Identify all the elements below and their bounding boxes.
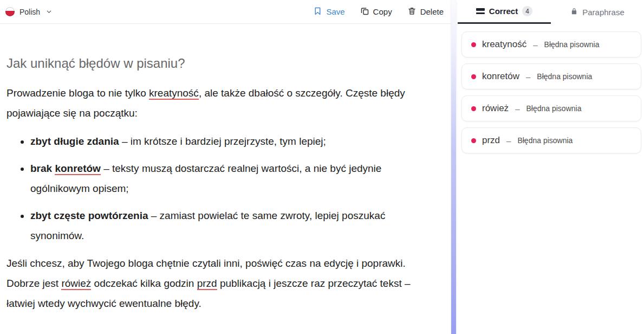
- correction-type: Błędna pisownia: [537, 72, 592, 81]
- toolbar-actions: Save Copy Delete: [313, 7, 444, 17]
- correction-separator: –: [515, 104, 519, 113]
- correction-card[interactable]: konretów – Błędna pisownia: [461, 63, 641, 89]
- text-lines-icon: [476, 8, 485, 14]
- list-item: zbyt częste powtórzenia – zamiast powiel…: [30, 205, 440, 246]
- copy-button[interactable]: Copy: [360, 7, 392, 17]
- tab-paraphrase-label: Paraphrase: [582, 8, 625, 17]
- paragraph-intro: Prowadzenie bloga to nie tylko kreatynoś…: [6, 83, 440, 123]
- corrections-list: kreatyność – Błędna pisownia konretów – …: [458, 24, 644, 153]
- bold-lead: zbyt długie zdania: [30, 136, 119, 147]
- panel-tabs: Correct 4 Paraphrase: [458, 0, 644, 24]
- misspelled-word-kreatynosc[interactable]: kreatyność: [149, 87, 199, 100]
- misspelled-word-przd[interactable]: przd: [197, 278, 217, 290]
- correction-word: kreatyność: [482, 39, 526, 50]
- bookmark-icon: [313, 7, 322, 17]
- language-selector[interactable]: Polish: [5, 7, 52, 16]
- misspelled-word-rowiez[interactable]: rówież: [61, 278, 91, 290]
- corrections-panel: Correct 4 Paraphrase kreatyność – Błędna…: [458, 0, 644, 334]
- lock-icon: [570, 7, 578, 17]
- correction-word: przd: [482, 135, 500, 146]
- polish-flag-icon: [5, 7, 15, 16]
- copy-icon: [360, 7, 369, 17]
- correction-card[interactable]: przd – Błędna pisownia: [461, 127, 641, 153]
- trash-icon: [407, 7, 417, 17]
- correction-type: Błędna pisownia: [526, 104, 581, 113]
- bold-lead: zbyt częste powtórzenia: [30, 210, 148, 221]
- document-title: Jak uniknąć błędów w pisaniu?: [6, 55, 440, 72]
- tab-correct-label: Correct: [489, 7, 518, 16]
- correction-card[interactable]: kreatyność – Błędna pisownia: [461, 31, 641, 57]
- correction-word: rówież: [482, 103, 509, 114]
- error-dot-icon: [471, 74, 476, 79]
- text-run: Prowadzenie bloga to nie tylko: [6, 87, 149, 99]
- error-dot-icon: [471, 42, 476, 47]
- text-run: – im krótsze i bardziej przejrzyste, tym…: [119, 136, 326, 147]
- text-run: odczekać kilka godzin: [91, 278, 197, 289]
- editor-column: Polish Save Copy Del: [0, 0, 451, 334]
- editor-toolbar: Polish Save Copy Del: [0, 0, 451, 24]
- misspelled-word-konretow[interactable]: konretów: [55, 163, 100, 175]
- correction-separator: –: [506, 136, 511, 145]
- error-dot-icon: [471, 106, 476, 111]
- correction-type: Błędna pisownia: [517, 136, 573, 145]
- correction-separator: –: [533, 40, 537, 49]
- list-item: brak konretów – teksty muszą dostarczać …: [30, 158, 440, 198]
- chevron-down-icon: [46, 9, 52, 15]
- delete-button[interactable]: Delete: [407, 7, 444, 17]
- save-button[interactable]: Save: [313, 7, 344, 17]
- editor-surface[interactable]: Jak uniknąć błędów w pisaniu? Prowadzeni…: [0, 55, 445, 313]
- error-dot-icon: [471, 138, 476, 143]
- correction-separator: –: [526, 72, 530, 81]
- save-label: Save: [326, 7, 344, 16]
- paragraph-outro: Jeśli chcesz, aby Twojego bloga chętnie …: [6, 253, 440, 313]
- correction-word: konretów: [482, 71, 519, 82]
- bold-lead: brak: [30, 163, 55, 174]
- tab-correct[interactable]: Correct 4: [458, 0, 551, 24]
- tab-paraphrase[interactable]: Paraphrase: [551, 0, 644, 24]
- correct-count-badge: 4: [522, 6, 532, 16]
- correction-type: Błędna pisownia: [544, 40, 600, 49]
- language-label: Polish: [19, 8, 40, 16]
- copy-label: Copy: [373, 7, 392, 16]
- bullet-list: zbyt długie zdania – im krótsze i bardzi…: [6, 131, 440, 246]
- correction-card[interactable]: rówież – Błędna pisownia: [461, 95, 641, 121]
- delete-label: Delete: [420, 7, 444, 16]
- list-item: zbyt długie zdania – im krótsze i bardzi…: [30, 131, 440, 151]
- panel-divider-handle[interactable]: [451, 0, 456, 334]
